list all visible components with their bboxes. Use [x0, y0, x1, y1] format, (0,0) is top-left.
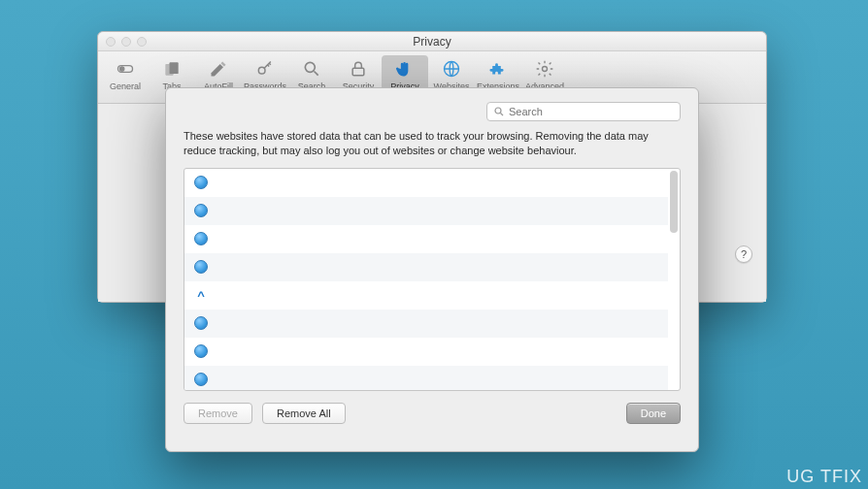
help-button[interactable]: ? — [735, 245, 752, 263]
list-item[interactable] — [184, 310, 668, 338]
pencil-icon — [208, 58, 229, 80]
sheet-description: These websites have stored data that can… — [184, 129, 679, 158]
svg-point-8 — [543, 67, 548, 72]
sheet-footer: Remove Remove All Done — [184, 403, 681, 424]
website-list[interactable]: ^ — [184, 168, 681, 391]
search-field[interactable] — [486, 102, 681, 121]
globe-icon — [194, 176, 208, 189]
list-item[interactable] — [184, 169, 668, 197]
remove-all-button[interactable]: Remove All — [262, 403, 346, 424]
globe-icon — [194, 373, 208, 386]
globe-icon — [441, 58, 462, 80]
svg-rect-6 — [352, 68, 364, 76]
done-button[interactable]: Done — [626, 403, 681, 424]
svg-point-1 — [120, 67, 124, 71]
globe-icon — [194, 260, 208, 274]
globe-icon — [194, 232, 208, 245]
hand-icon — [394, 58, 416, 80]
lock-icon — [348, 58, 369, 80]
chevron-up-icon: ^ — [194, 288, 208, 302]
svg-point-4 — [258, 67, 265, 74]
search-icon — [493, 106, 505, 117]
window-title: Privacy — [98, 35, 766, 49]
puzzle-icon — [487, 58, 509, 80]
switch-icon — [115, 58, 136, 80]
svg-rect-3 — [170, 62, 179, 74]
tab-label: General — [110, 82, 141, 91]
titlebar: Privacy — [98, 32, 766, 51]
remove-button[interactable]: Remove — [184, 403, 252, 424]
list-item[interactable] — [184, 366, 668, 391]
globe-icon — [194, 344, 208, 358]
tabs-icon — [161, 58, 183, 80]
search-input[interactable] — [509, 106, 674, 117]
svg-point-9 — [495, 108, 501, 114]
globe-icon — [194, 204, 208, 217]
list-item[interactable]: ^ — [184, 281, 668, 310]
watermark: UG TFIX — [786, 467, 862, 487]
key-icon — [254, 58, 276, 80]
list-item[interactable] — [184, 225, 668, 253]
svg-point-5 — [305, 62, 315, 72]
website-data-sheet: These websites have stored data that can… — [165, 87, 699, 452]
tab-general[interactable]: General — [102, 55, 149, 93]
list-item[interactable] — [184, 253, 668, 281]
gear-icon — [534, 58, 555, 80]
search-icon — [301, 58, 322, 80]
list-item[interactable] — [184, 197, 668, 225]
list-item[interactable] — [184, 338, 668, 366]
globe-icon — [194, 316, 208, 330]
scrollbar-thumb[interactable] — [670, 171, 678, 233]
